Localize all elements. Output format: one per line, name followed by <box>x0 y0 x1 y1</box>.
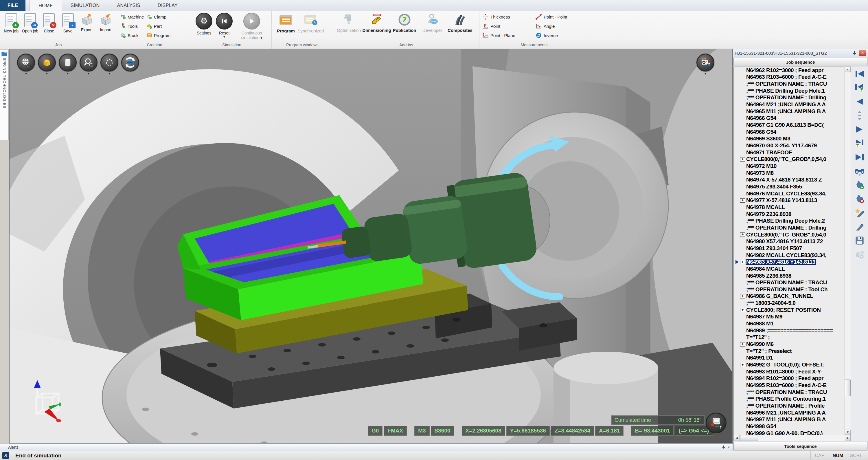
inverse-button[interactable]: Inverse <box>535 31 585 40</box>
new-job-button[interactable]: + New job <box>2 12 20 33</box>
horizontal-scroll-thumb[interactable] <box>740 435 758 441</box>
developer-button[interactable]: ACNU Developer <box>418 12 446 33</box>
gcode-line[interactable]: + N64979 Z236.8938 <box>734 211 844 218</box>
publication-button[interactable]: Publication <box>391 12 418 33</box>
gcode-line[interactable]: + ;*** OPERATION NAME : Drilling <box>734 94 844 101</box>
composites-button[interactable]: Composites <box>446 12 474 33</box>
dimensioning-button[interactable]: Dimensioning <box>363 12 391 33</box>
gcode-line[interactable]: + ;*** OPERATION NAME : Tool Ch <box>734 286 844 293</box>
tab-simulation[interactable]: SIMULATION <box>62 0 108 11</box>
view-orientation-dropdown-icon[interactable]: ▾ <box>25 72 27 75</box>
search-binoculars-button[interactable] <box>854 166 865 176</box>
gcode-line[interactable]: + T="T12" ; <box>734 334 844 341</box>
cnc-pendant-button[interactable] <box>706 412 726 433</box>
gcode-line[interactable]: + N64983 X57.4816 Y143.8113 <box>734 259 844 265</box>
alerts-bar[interactable]: Alerts × <box>0 443 733 451</box>
point-plane-button[interactable]: Point - Plane <box>482 31 533 40</box>
cylinder-view-dropdown-icon[interactable]: ▾ <box>67 72 69 75</box>
gcode-line[interactable]: + N64995 R103=6000 ; Feed A-C-E <box>734 382 844 389</box>
alerts-pin-icon[interactable] <box>722 445 725 450</box>
camera-view-button[interactable]: ▾ <box>697 54 714 75</box>
continuous-simulation-button[interactable]: Continuous simulation ▾ <box>235 12 269 40</box>
gcode-line[interactable]: + N64967 G1 G90 A6.1813 B=DC( <box>734 122 844 128</box>
stock-view-button[interactable]: ▾ <box>38 54 55 75</box>
gcode-line[interactable]: + N64964 M21 ;UNCLAMPING A A <box>734 101 844 108</box>
machine-button[interactable]: + Machine <box>120 12 144 22</box>
add-pointer-button[interactable] <box>854 180 865 190</box>
zoom-selection-button[interactable]: ▾ <box>80 54 97 75</box>
gcode-line[interactable]: + ;*** OPERATION NAME : TRACU <box>734 279 844 286</box>
expand-box-icon[interactable]: + <box>740 198 745 203</box>
angle-button[interactable]: Angle <box>535 22 585 31</box>
expand-box-icon[interactable]: + <box>740 342 745 347</box>
expand-box-icon[interactable]: + <box>740 260 745 264</box>
export-button[interactable]: Export <box>78 12 96 32</box>
gcode-line[interactable]: + N64999 G1 G90 A-90. B=DC(0.) <box>734 430 844 435</box>
open-job-button[interactable]: ➔ Open job <box>21 12 39 33</box>
lasso-selection-dropdown-icon[interactable]: ▾ <box>108 72 111 75</box>
gcode-line[interactable]: + N64996 M21 ;UNCLAMPING A A <box>734 409 844 416</box>
scroll-up-icon[interactable]: ▲ <box>845 67 850 72</box>
tools-sequence-header[interactable]: Tools sequence <box>734 442 867 451</box>
horizontal-scrollbar[interactable]: ◀ ▶ <box>734 435 850 441</box>
gcode-line[interactable]: + N64989 ;===================== <box>734 327 844 334</box>
gcode-line[interactable]: + N64987 M5 M9 <box>734 314 844 320</box>
thickness-button[interactable]: Thickness <box>482 12 533 22</box>
camera-view-dropdown-icon[interactable]: ▾ <box>705 72 707 75</box>
settings-button[interactable]: ⚙ Settings <box>194 12 214 35</box>
tab-file[interactable]: FILE <box>0 0 26 11</box>
gcode-line[interactable]: + N64975 Z93.3404 F355 <box>734 183 844 190</box>
gcode-line[interactable]: + N64966 G54 <box>734 115 844 122</box>
gcode-line[interactable]: + N64971 TRAFOOF <box>734 149 844 156</box>
save-job-button[interactable]: ▪ Save <box>59 12 77 33</box>
edit-pen-button[interactable] <box>854 222 865 232</box>
gcode-line[interactable]: + N64985 Z236.8938 <box>734 272 844 279</box>
synchronized-window-button[interactable]: Synchronized <box>298 12 323 33</box>
gcode-line[interactable]: + N64970 G0 X-254. Y117.4679 <box>734 142 844 149</box>
save-floppy-button[interactable] <box>854 236 865 246</box>
program-button[interactable]: Program <box>146 31 171 40</box>
gcode-line[interactable]: + N64991 D1 <box>734 355 844 362</box>
annotate-pen-star-button[interactable] <box>854 208 865 218</box>
import-button[interactable]: Import <box>97 12 115 32</box>
spring-technologies-tab[interactable]: SPRING TECHNOLOGIES <box>0 50 9 140</box>
gcode-line[interactable]: + N64969 S3600 M3 <box>734 136 844 142</box>
gcode-line[interactable]: + N64993 R101=8000 ; Feed X-Y- <box>734 368 844 375</box>
gcode-line[interactable]: + N64978 MCALL <box>734 204 844 211</box>
pin-icon[interactable] <box>851 50 858 56</box>
scroll-right-icon[interactable]: ▶ <box>845 435 850 441</box>
gcode-line[interactable]: + N64994 R102=3000 ; Feed appr <box>734 375 844 382</box>
rotate-view-button[interactable] <box>122 54 138 75</box>
reset-button[interactable]: Reset ▾ <box>214 12 235 38</box>
skip-to-start-button[interactable] <box>854 69 865 79</box>
gcode-line[interactable]: + ;*** OPERATION NAME : Drilling <box>734 224 844 231</box>
gcode-line[interactable]: + N64984 MCALL <box>734 265 844 272</box>
gcode-line[interactable]: + N64968 G54 <box>734 128 844 136</box>
simulation-viewport[interactable]: ▾ ▾ ▾ ▾ <box>9 49 733 443</box>
gcode-line[interactable]: + N64986 G_BACK_TUNNEL <box>734 293 844 300</box>
remove-pointer-button[interactable] <box>854 194 865 204</box>
expand-box-icon[interactable]: + <box>740 294 745 298</box>
stock-button[interactable]: + Stock <box>120 31 144 40</box>
gcode-line[interactable]: + T="T2" ; Preselect <box>734 348 844 355</box>
view-orientation-button[interactable]: ▾ <box>18 54 34 75</box>
gcode-line[interactable]: + ;*** PHASE Profile Contouring.1 <box>734 396 844 403</box>
tab-home[interactable]: HOME <box>30 0 62 11</box>
gcode-line[interactable]: + N64963 R103=6000 ; Feed A-C-E <box>734 74 844 81</box>
vertical-scrollbar[interactable]: ▲ ▼ <box>844 67 850 435</box>
expand-box-icon[interactable]: + <box>740 157 745 162</box>
gcode-line[interactable]: + CYCLE800; RESET POSITION <box>734 307 844 314</box>
cylinder-view-button[interactable]: ▾ <box>59 54 76 75</box>
part-button[interactable]: + Part <box>146 22 171 31</box>
continuous-simulation-dropdown-icon[interactable]: ▾ <box>260 36 262 40</box>
gcode-line[interactable]: + N64962 R102=3000 ; Feed appr <box>734 67 844 74</box>
job-sequence-header[interactable]: Job sequence <box>734 58 867 66</box>
lasso-selection-button[interactable]: ▾ <box>101 54 118 75</box>
gcode-line[interactable]: + N64981 Z93.3404 F507 <box>734 245 844 252</box>
tab-analysis[interactable]: ANALYSIS <box>108 0 149 11</box>
gcode-line[interactable]: + ;*** OPERATION NAME : Profile <box>734 402 844 409</box>
gcode-line[interactable]: + N64965 M11 ;UNCLAMPING B A <box>734 108 844 115</box>
gcode-line[interactable]: + N64980 X57.4816 Y143.8113 Z2 <box>734 238 844 245</box>
gcode-line[interactable]: + ;*** 18003-24004-5.0 <box>734 299 844 307</box>
gcode-line[interactable]: + N64977 X-57.4816 Y143.8113 <box>734 197 844 204</box>
